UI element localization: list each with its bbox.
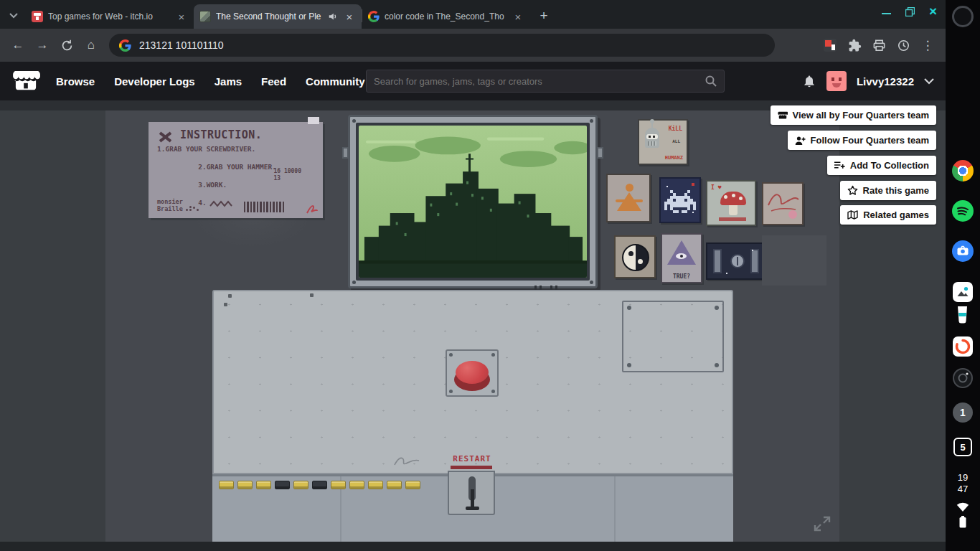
username[interactable]: Livvy12322 <box>857 75 914 88</box>
instruction-line: 3.WORK. <box>198 181 227 189</box>
search-input[interactable] <box>374 76 705 87</box>
extension-badge-button[interactable] <box>818 33 842 57</box>
token-dark[interactable] <box>275 481 290 489</box>
tab-google-search[interactable]: color code in The_Second_Tho × <box>362 4 530 29</box>
forward-button[interactable]: → <box>30 33 55 57</box>
chromeos-shelf: 1 5 19 47 <box>946 0 980 551</box>
wifi-icon[interactable] <box>956 501 969 512</box>
poster-yin-yang[interactable] <box>614 235 656 278</box>
badge-one-app-icon[interactable]: 1 <box>953 402 973 423</box>
star-pixel <box>726 273 727 274</box>
close-tab-icon[interactable]: × <box>512 10 524 23</box>
token-row <box>219 481 420 489</box>
red-button-plate[interactable] <box>446 349 499 397</box>
chevron-down-icon[interactable] <box>924 78 934 85</box>
poster-bender[interactable]: KiLL ALL HUMANZ <box>638 119 688 165</box>
close-tab-icon[interactable]: × <box>343 10 356 23</box>
related-games-button[interactable]: Related games <box>840 205 936 225</box>
chrome-app-icon[interactable] <box>952 160 974 182</box>
add-to-collection-button[interactable]: Add To Collection <box>827 156 936 175</box>
screw <box>627 363 631 367</box>
poster-pyramid[interactable]: TRUE? <box>661 233 702 283</box>
nav-jams[interactable]: Jams <box>215 75 242 88</box>
new-tab-button[interactable]: + <box>534 6 553 25</box>
game-canvas[interactable]: INSTRUCTION. 1.GRAB YOUR SCREWDRIVER. 2.… <box>105 110 839 542</box>
url-input[interactable] <box>139 39 765 51</box>
tab-game-active[interactable]: The Second Thought or Ple × <box>194 4 362 29</box>
token-gold[interactable] <box>331 481 346 489</box>
nav-developer-logs[interactable]: Developer Logs <box>114 75 195 88</box>
extensions-button[interactable] <box>842 33 867 57</box>
screw <box>491 390 495 393</box>
shelf-clock[interactable]: 19 47 <box>958 472 968 495</box>
view-all-button[interactable]: View all by Four Quarters team <box>771 105 937 125</box>
shelf-status-circle[interactable] <box>952 6 974 27</box>
red-button[interactable] <box>456 361 489 384</box>
token-gold[interactable] <box>368 481 383 489</box>
user-avatar[interactable] <box>826 71 847 91</box>
omnibox[interactable] <box>109 34 775 57</box>
token-gold[interactable] <box>219 481 234 489</box>
lever-stick[interactable] <box>471 489 474 508</box>
camera-app-icon[interactable] <box>952 240 974 262</box>
tab-itch-top-games[interactable]: Top games for Web - itch.io × <box>26 4 194 29</box>
fullscreen-button[interactable] <box>813 515 831 532</box>
cup-app-icon[interactable] <box>954 304 971 324</box>
badge-five-app-icon[interactable]: 5 <box>953 438 972 456</box>
instruction-line: 4. <box>198 199 206 207</box>
home-button[interactable]: ⌂ <box>79 33 103 57</box>
poster-mushroom[interactable]: I ♥ <box>706 180 756 226</box>
lever-knob[interactable] <box>466 507 479 510</box>
itch-search[interactable] <box>366 70 725 93</box>
lens-app-icon[interactable] <box>953 368 973 388</box>
token-gold[interactable] <box>256 481 271 489</box>
poster-scribble[interactable] <box>762 182 804 225</box>
reload-button[interactable] <box>55 33 79 57</box>
swirl-app-icon[interactable] <box>953 336 973 357</box>
chevron-down-icon <box>9 13 18 19</box>
lever-bracket[interactable] <box>448 471 495 515</box>
minimize-button[interactable] <box>882 13 891 14</box>
tv-bracket <box>342 147 349 159</box>
restore-button[interactable] <box>905 7 915 17</box>
nav-feed[interactable]: Feed <box>261 75 286 88</box>
token-gold[interactable] <box>387 481 402 489</box>
print-button[interactable] <box>867 33 891 57</box>
gallery-app-icon[interactable] <box>953 282 973 302</box>
itch-mini-icon <box>778 111 788 120</box>
history-button[interactable] <box>891 33 915 57</box>
token-gold[interactable] <box>293 481 308 489</box>
back-button[interactable]: ← <box>6 33 30 57</box>
poster-tie-fighter[interactable] <box>706 242 766 280</box>
rate-game-button[interactable]: Rate this game <box>840 181 936 200</box>
poster-space-invader[interactable] <box>659 177 701 223</box>
red-stamp-scribble <box>306 204 319 215</box>
token-gold[interactable] <box>405 481 420 489</box>
audio-speaker-icon[interactable] <box>328 11 338 22</box>
nav-browse[interactable]: Browse <box>56 75 95 88</box>
tv-screen-cityscape[interactable] <box>359 126 587 278</box>
token-dark[interactable] <box>312 481 327 489</box>
game-tv-window[interactable] <box>348 115 598 288</box>
token-gold[interactable] <box>349 481 364 489</box>
instruction-paper[interactable]: INSTRUCTION. 1.GRAB YOUR SCREWDRIVER. 2.… <box>149 122 323 218</box>
token-gold[interactable] <box>237 481 253 489</box>
browser-menu-button[interactable]: ⋮ <box>915 33 940 57</box>
yin-yang-symbol <box>622 244 649 271</box>
poster-meditation[interactable] <box>606 174 651 222</box>
printer-icon <box>872 39 886 52</box>
close-window-button[interactable]: × <box>929 6 937 17</box>
restart-lever[interactable] <box>448 466 495 515</box>
notifications-bell-icon[interactable] <box>802 74 816 88</box>
spotify-app-icon[interactable] <box>952 200 974 222</box>
red-extension-icon <box>824 39 837 52</box>
itch-logo[interactable] <box>11 70 40 93</box>
search-icon[interactable] <box>705 75 717 87</box>
nav-community[interactable]: Community <box>306 75 365 88</box>
itch-nav: Browse Developer Logs Jams Feed Communit… <box>56 75 385 88</box>
tab-search-button[interactable] <box>4 6 23 25</box>
close-tab-icon[interactable]: × <box>175 10 188 23</box>
empty-frame-panel[interactable] <box>622 301 724 372</box>
screw <box>715 363 719 367</box>
follow-button[interactable]: Follow Four Quarters team <box>788 131 936 150</box>
